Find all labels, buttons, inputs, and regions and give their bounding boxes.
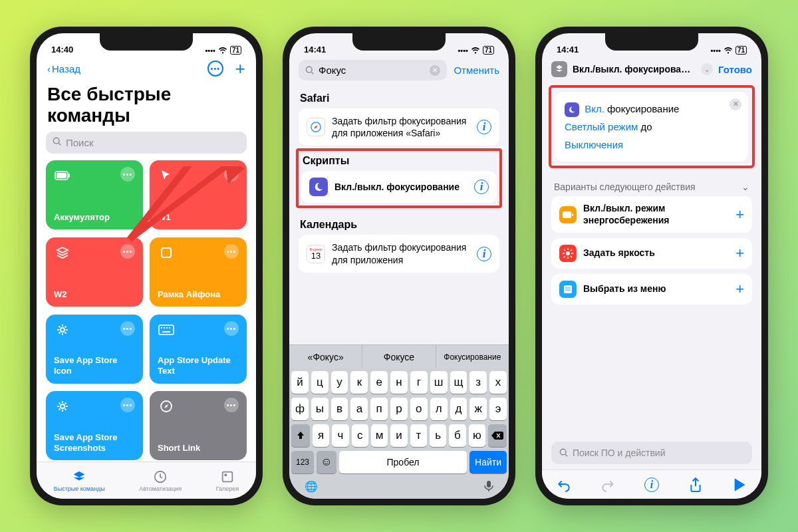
key-й[interactable]: й — [291, 371, 309, 394]
key-д[interactable]: д — [450, 398, 467, 420]
key-с[interactable]: с — [352, 424, 368, 447]
key-о[interactable]: о — [410, 398, 428, 420]
phone-shortcuts-library: 14:40 •••• 71 ‹ Назад ••• + Все быстрые … — [30, 27, 263, 505]
key-х[interactable]: х — [489, 371, 507, 394]
cancel-button[interactable]: Отменить — [454, 65, 499, 76]
add-icon[interactable]: + — [735, 206, 744, 223]
suggestion[interactable]: Фокусе — [362, 345, 436, 368]
delete-action-icon[interactable]: ✕ — [730, 98, 741, 110]
row-safari-filter[interactable]: Задать фильтр фокусирования для приложен… — [299, 108, 499, 146]
add-icon[interactable]: + — [735, 245, 744, 262]
svg-point-0 — [53, 138, 59, 144]
tile-menu-icon[interactable]: ••• — [120, 244, 135, 259]
action-set-focus[interactable]: ✕ Вкл. фокусирование Светлый режим до Вы… — [555, 92, 748, 162]
info-icon[interactable]: i — [477, 247, 491, 261]
back-button[interactable]: ‹ Назад — [47, 63, 80, 74]
key-в[interactable]: в — [331, 398, 348, 420]
more-button[interactable]: ••• — [207, 61, 223, 76]
info-icon[interactable]: i — [474, 180, 489, 194]
tab-gallery[interactable]: Галерея — [216, 469, 239, 492]
key-р[interactable]: р — [390, 398, 408, 420]
tile-w2[interactable]: ••• W2 — [46, 237, 143, 307]
token-mode[interactable]: Светлый режим — [565, 121, 638, 132]
key-а[interactable]: а — [350, 398, 368, 420]
emoji-key[interactable]: ☺ — [317, 451, 336, 473]
suggestion-low-power[interactable]: Вкл./выкл. режим энергосбережения + — [551, 196, 752, 233]
action-search-field[interactable]: Поиск ПО и действий — [551, 442, 752, 464]
tile-save-icon[interactable]: ••• Save App Store Icon — [46, 315, 143, 384]
tile-menu-icon[interactable]: ••• — [224, 244, 239, 259]
run-button[interactable] — [732, 477, 747, 492]
key-ы[interactable]: ы — [311, 398, 329, 420]
key-б[interactable]: б — [449, 424, 466, 447]
key-э[interactable]: э — [489, 398, 507, 420]
svg-point-19 — [306, 66, 312, 72]
tile-short-link[interactable]: ••• Short Link — [150, 391, 247, 460]
suggestion[interactable]: Фокусирование — [436, 345, 509, 368]
row-toggle-focus[interactable]: Вкл./выкл. фокусирование i — [301, 171, 497, 203]
key-щ[interactable]: щ — [450, 371, 467, 394]
search-placeholder: Поиск ПО и действий — [573, 448, 666, 458]
key-ш[interactable]: ш — [430, 371, 448, 394]
tile-iphone-frame[interactable]: ••• Рамка Айфона — [150, 237, 247, 307]
key-з[interactable]: з — [469, 371, 487, 394]
clear-icon[interactable]: ✕ — [430, 65, 440, 76]
svg-point-37 — [560, 449, 566, 455]
key-ц[interactable]: ц — [311, 371, 329, 394]
key-н[interactable]: н — [390, 371, 408, 394]
tile-update-text[interactable]: ••• App Store Update Text — [150, 315, 247, 384]
key-е[interactable]: е — [370, 371, 388, 394]
mic-key[interactable] — [484, 480, 493, 495]
tile-battery[interactable]: ••• Аккумулятор — [46, 160, 143, 229]
backspace-key[interactable] — [488, 424, 507, 447]
chevron-down-icon[interactable]: ⌄ — [741, 182, 749, 192]
key-ь[interactable]: ь — [430, 424, 446, 447]
key-ч[interactable]: ч — [332, 424, 348, 447]
add-shortcut-button[interactable]: + — [235, 60, 245, 77]
find-key[interactable]: Найти — [469, 451, 507, 473]
search-field[interactable]: Фокус ✕ — [299, 60, 447, 80]
search-field[interactable]: Поиск — [46, 132, 247, 154]
suggestion-brightness[interactable]: Задать яркость + — [551, 238, 752, 269]
space-key[interactable]: Пробел — [339, 451, 467, 473]
search-icon — [53, 137, 62, 148]
suggestion[interactable]: «Фокус» — [289, 345, 362, 368]
undo-button[interactable] — [557, 477, 571, 492]
token-on[interactable]: Вкл. — [585, 103, 604, 114]
tile-menu-icon[interactable]: ••• — [224, 167, 239, 182]
tab-shortcuts[interactable]: Быстрые команды — [54, 469, 105, 492]
key-ю[interactable]: ю — [469, 424, 485, 447]
key-я[interactable]: я — [313, 424, 329, 447]
globe-key[interactable]: 🌐 — [305, 480, 318, 495]
tile-menu-icon[interactable]: ••• — [120, 167, 135, 182]
key-г[interactable]: г — [410, 371, 428, 394]
key-и[interactable]: и — [390, 424, 407, 447]
key-п[interactable]: п — [370, 398, 388, 420]
key-к[interactable]: к — [350, 371, 368, 394]
key-т[interactable]: т — [410, 424, 427, 447]
tab-automation[interactable]: Автоматизация — [139, 469, 182, 492]
tile-menu-icon[interactable]: ••• — [224, 398, 239, 412]
chevron-down-icon[interactable]: ⌄ — [701, 63, 713, 75]
numbers-key[interactable]: 123 — [291, 451, 314, 473]
shortcut-title[interactable]: Вкл./выкл. фокусирован… — [573, 64, 696, 74]
info-button[interactable]: i — [644, 477, 659, 492]
tile-menu-icon[interactable]: ••• — [120, 321, 135, 336]
token-off[interactable]: Выключения — [565, 139, 623, 150]
key-м[interactable]: м — [371, 424, 388, 447]
info-icon[interactable]: i — [477, 120, 491, 134]
key-л[interactable]: л — [430, 398, 448, 420]
add-icon[interactable]: + — [735, 281, 744, 298]
key-ж[interactable]: ж — [469, 398, 487, 420]
suggestion-choose-menu[interactable]: Выбрать из меню + — [551, 274, 752, 305]
tile-screenshots[interactable]: ••• Save App Store Screenshots — [46, 391, 143, 460]
key-у[interactable]: у — [331, 371, 348, 394]
tile-menu-icon[interactable]: ••• — [224, 321, 239, 336]
tile-w1[interactable]: ••• W1 — [150, 160, 247, 229]
tile-menu-icon[interactable]: ••• — [120, 398, 135, 412]
row-calendar-filter[interactable]: Вторник 13 Задать фильтр фокусирования д… — [299, 235, 499, 272]
done-button[interactable]: Готово — [718, 64, 752, 75]
key-ф[interactable]: ф — [291, 398, 309, 420]
share-button[interactable] — [688, 477, 703, 492]
shift-key[interactable] — [291, 424, 310, 447]
